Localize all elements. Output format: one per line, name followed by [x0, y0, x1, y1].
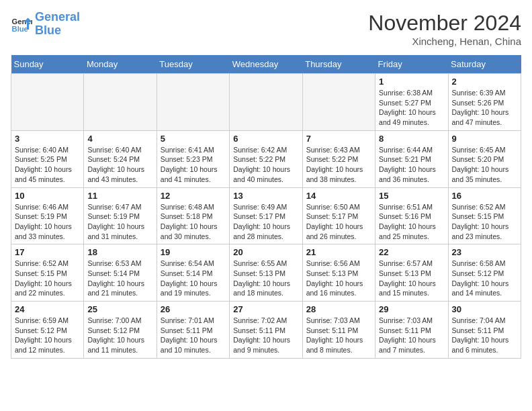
- day-info: Sunrise: 6:44 AM Sunset: 5:21 PM Dayligh…: [379, 145, 444, 185]
- month-title: November 2024: [368, 11, 521, 36]
- day-number: 1: [379, 77, 444, 87]
- calendar-day-cell: [302, 74, 375, 131]
- day-info: Sunrise: 6:40 AM Sunset: 5:25 PM Dayligh…: [15, 145, 80, 185]
- logo: General Blue General Blue: [11, 11, 80, 38]
- day-info: Sunrise: 6:46 AM Sunset: 5:19 PM Dayligh…: [15, 202, 80, 242]
- day-number: 11: [87, 191, 152, 201]
- calendar-day-cell: [11, 74, 84, 131]
- day-info: Sunrise: 6:54 AM Sunset: 5:14 PM Dayligh…: [161, 259, 226, 298]
- calendar-day-cell: 26Sunrise: 7:01 AM Sunset: 5:11 PM Dayli…: [157, 302, 229, 359]
- day-info: Sunrise: 6:53 AM Sunset: 5:14 PM Dayligh…: [87, 259, 152, 298]
- calendar-day-cell: 10Sunrise: 6:46 AM Sunset: 5:19 PM Dayli…: [11, 187, 84, 244]
- day-info: Sunrise: 7:03 AM Sunset: 5:11 PM Dayligh…: [306, 316, 371, 355]
- calendar-day-cell: 17Sunrise: 6:52 AM Sunset: 5:15 PM Dayli…: [11, 244, 84, 302]
- day-number: 9: [452, 134, 517, 144]
- weekday-header: Wednesday: [230, 55, 302, 74]
- page-header: General Blue General Blue November 2024 …: [11, 11, 521, 47]
- calendar-day-cell: [230, 74, 302, 131]
- calendar-day-cell: 16Sunrise: 6:52 AM Sunset: 5:15 PM Dayli…: [448, 187, 521, 244]
- day-number: 26: [161, 304, 226, 314]
- day-number: 7: [306, 134, 371, 144]
- day-info: Sunrise: 6:57 AM Sunset: 5:13 PM Dayligh…: [379, 259, 444, 298]
- calendar-week-row: 10Sunrise: 6:46 AM Sunset: 5:19 PM Dayli…: [11, 187, 521, 244]
- calendar-day-cell: 13Sunrise: 6:49 AM Sunset: 5:17 PM Dayli…: [230, 187, 302, 244]
- calendar-day-cell: 9Sunrise: 6:45 AM Sunset: 5:20 PM Daylig…: [448, 130, 521, 187]
- day-number: 2: [452, 77, 517, 87]
- calendar-day-cell: 11Sunrise: 6:47 AM Sunset: 5:19 PM Dayli…: [84, 187, 157, 244]
- calendar-day-cell: 22Sunrise: 6:57 AM Sunset: 5:13 PM Dayli…: [375, 244, 448, 302]
- logo-icon: General Blue: [11, 13, 32, 35]
- day-number: 21: [306, 247, 371, 257]
- day-number: 10: [15, 191, 80, 201]
- calendar-day-cell: 7Sunrise: 6:43 AM Sunset: 5:22 PM Daylig…: [302, 130, 375, 187]
- day-number: 16: [452, 191, 517, 201]
- day-info: Sunrise: 7:02 AM Sunset: 5:11 PM Dayligh…: [233, 316, 298, 355]
- day-info: Sunrise: 6:50 AM Sunset: 5:17 PM Dayligh…: [306, 202, 371, 242]
- calendar-day-cell: [84, 74, 157, 131]
- day-number: 24: [15, 304, 80, 314]
- day-number: 23: [452, 247, 517, 257]
- calendar-day-cell: 24Sunrise: 6:59 AM Sunset: 5:12 PM Dayli…: [11, 302, 84, 359]
- weekday-header: Sunday: [11, 55, 84, 74]
- day-number: 25: [87, 304, 152, 314]
- logo-line1: General: [35, 10, 80, 24]
- day-info: Sunrise: 6:59 AM Sunset: 5:12 PM Dayligh…: [15, 316, 80, 355]
- day-number: 30: [452, 304, 517, 314]
- day-number: 5: [161, 134, 226, 144]
- day-number: 4: [87, 134, 152, 144]
- day-info: Sunrise: 7:01 AM Sunset: 5:11 PM Dayligh…: [161, 316, 226, 355]
- calendar-day-cell: 30Sunrise: 7:04 AM Sunset: 5:11 PM Dayli…: [448, 302, 521, 359]
- day-number: 18: [87, 247, 152, 257]
- day-number: 19: [161, 247, 226, 257]
- title-block: November 2024 Xincheng, Henan, China: [368, 11, 521, 47]
- svg-text:Blue: Blue: [12, 25, 28, 33]
- day-info: Sunrise: 6:55 AM Sunset: 5:13 PM Dayligh…: [233, 259, 298, 298]
- weekday-header: Saturday: [448, 55, 521, 74]
- day-number: 28: [306, 304, 371, 314]
- calendar-day-cell: 3Sunrise: 6:40 AM Sunset: 5:25 PM Daylig…: [11, 130, 84, 187]
- day-number: 27: [233, 304, 298, 314]
- calendar-day-cell: 29Sunrise: 7:03 AM Sunset: 5:11 PM Dayli…: [375, 302, 448, 359]
- calendar-day-cell: 28Sunrise: 7:03 AM Sunset: 5:11 PM Dayli…: [302, 302, 375, 359]
- calendar-day-cell: 20Sunrise: 6:55 AM Sunset: 5:13 PM Dayli…: [230, 244, 302, 302]
- day-info: Sunrise: 6:51 AM Sunset: 5:16 PM Dayligh…: [379, 202, 444, 242]
- day-number: 17: [15, 247, 80, 257]
- day-info: Sunrise: 7:04 AM Sunset: 5:11 PM Dayligh…: [452, 316, 517, 355]
- weekday-header: Thursday: [302, 55, 375, 74]
- day-number: 12: [161, 191, 226, 201]
- logo-text: General Blue: [35, 11, 80, 38]
- weekday-header: Tuesday: [157, 55, 229, 74]
- day-number: 6: [233, 134, 298, 144]
- day-info: Sunrise: 7:03 AM Sunset: 5:11 PM Dayligh…: [379, 316, 444, 355]
- day-info: Sunrise: 6:49 AM Sunset: 5:17 PM Dayligh…: [233, 202, 298, 242]
- day-number: 20: [233, 247, 298, 257]
- calendar-week-row: 1Sunrise: 6:38 AM Sunset: 5:27 PM Daylig…: [11, 74, 521, 131]
- weekday-header: Monday: [84, 55, 157, 74]
- day-info: Sunrise: 6:56 AM Sunset: 5:13 PM Dayligh…: [306, 259, 371, 298]
- day-info: Sunrise: 6:52 AM Sunset: 5:15 PM Dayligh…: [15, 259, 80, 298]
- calendar-day-cell: 14Sunrise: 6:50 AM Sunset: 5:17 PM Dayli…: [302, 187, 375, 244]
- day-number: 14: [306, 191, 371, 201]
- day-info: Sunrise: 6:40 AM Sunset: 5:24 PM Dayligh…: [87, 145, 152, 185]
- calendar-day-cell: 15Sunrise: 6:51 AM Sunset: 5:16 PM Dayli…: [375, 187, 448, 244]
- calendar-week-row: 17Sunrise: 6:52 AM Sunset: 5:15 PM Dayli…: [11, 244, 521, 302]
- day-info: Sunrise: 6:58 AM Sunset: 5:12 PM Dayligh…: [452, 259, 517, 298]
- day-info: Sunrise: 6:47 AM Sunset: 5:19 PM Dayligh…: [87, 202, 152, 242]
- day-number: 29: [379, 304, 444, 314]
- day-info: Sunrise: 6:42 AM Sunset: 5:22 PM Dayligh…: [233, 145, 298, 185]
- day-number: 15: [379, 191, 444, 201]
- calendar-day-cell: 21Sunrise: 6:56 AM Sunset: 5:13 PM Dayli…: [302, 244, 375, 302]
- calendar-day-cell: 23Sunrise: 6:58 AM Sunset: 5:12 PM Dayli…: [448, 244, 521, 302]
- weekday-header: Friday: [375, 55, 448, 74]
- day-info: Sunrise: 6:39 AM Sunset: 5:26 PM Dayligh…: [452, 88, 517, 128]
- calendar-day-cell: 12Sunrise: 6:48 AM Sunset: 5:18 PM Dayli…: [157, 187, 229, 244]
- calendar-week-row: 3Sunrise: 6:40 AM Sunset: 5:25 PM Daylig…: [11, 130, 521, 187]
- calendar-day-cell: 18Sunrise: 6:53 AM Sunset: 5:14 PM Dayli…: [84, 244, 157, 302]
- day-number: 13: [233, 191, 298, 201]
- calendar-day-cell: 1Sunrise: 6:38 AM Sunset: 5:27 PM Daylig…: [375, 74, 448, 131]
- calendar-day-cell: 2Sunrise: 6:39 AM Sunset: 5:26 PM Daylig…: [448, 74, 521, 131]
- calendar-day-cell: [157, 74, 229, 131]
- day-number: 8: [379, 134, 444, 144]
- day-info: Sunrise: 6:38 AM Sunset: 5:27 PM Dayligh…: [379, 88, 444, 128]
- day-info: Sunrise: 6:48 AM Sunset: 5:18 PM Dayligh…: [161, 202, 226, 242]
